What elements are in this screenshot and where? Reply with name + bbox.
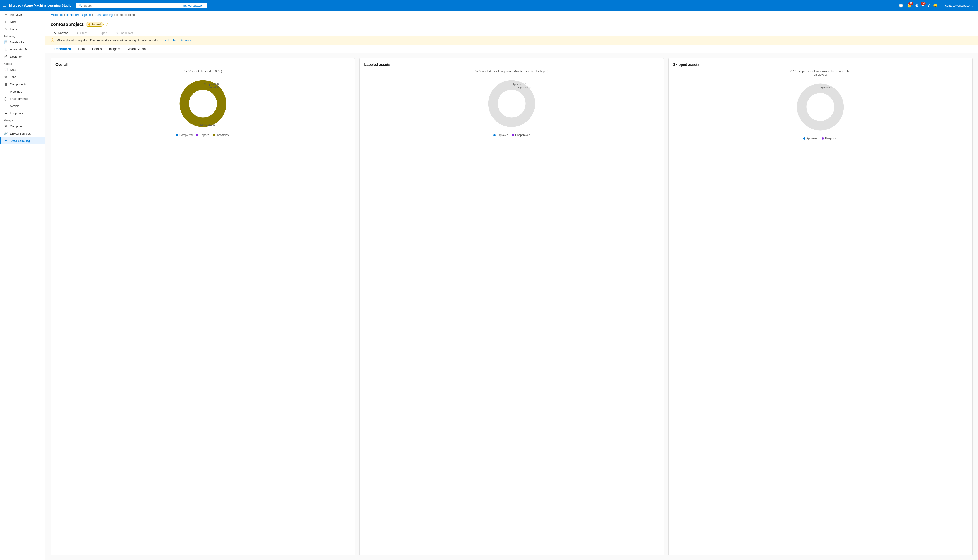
start-button[interactable]: ▶ Start (74, 30, 90, 36)
data-icon: 📊 (3, 68, 8, 72)
labeled-assets-subtitle: 0 / 0 labeled assets approved (No items … (364, 70, 659, 73)
automl-icon: △ (3, 48, 8, 51)
legend-approved-label: Approved (497, 133, 508, 137)
settings-icon[interactable]: ⚙ (915, 3, 918, 8)
sidebar-new-label: New (10, 20, 16, 23)
plus-icon: + (3, 20, 8, 23)
overall-card-subtitle: 0 / 32 assets labeled (0.00%) (55, 70, 350, 73)
sidebar-item-compute[interactable]: 🖥 Compute (0, 123, 45, 130)
sidebar-item-pipelines[interactable]: ⎯ Pipelines (0, 88, 45, 95)
skipped-assets-subtitle: 0 / 0 skipped assets approved (No items … (673, 70, 968, 76)
breadcrumb-workspace[interactable]: contosoworkspace (66, 13, 91, 17)
sidebar-item-linked-services[interactable]: 🔗 Linked Services (0, 130, 45, 137)
legend-dot-skipped (196, 134, 198, 136)
notebook-icon: 📄 (3, 40, 8, 44)
legend-dot-unapproved (512, 134, 514, 136)
sidebar-item-endpoints[interactable]: ▶ Endpoints (0, 110, 45, 117)
updates-icon[interactable]: ● 14 (922, 3, 924, 7)
sidebar-models-label: Models (10, 104, 20, 108)
status-text: Paused (91, 23, 101, 26)
breadcrumb-data-labeling[interactable]: Data Labeling (94, 13, 112, 17)
linked-services-icon: 🔗 (3, 132, 8, 135)
refresh-label: Refresh (58, 31, 69, 35)
workspace-selector[interactable]: contosoworkspace ⌄ (943, 3, 975, 8)
legend-completed-label: Completed (179, 133, 192, 137)
skipped-legend-dot-approved (803, 137, 806, 140)
sidebar-data-label: Data (10, 68, 16, 72)
export-button[interactable]: ⇧ Export (92, 30, 110, 36)
sidebar-item-microsoft[interactable]: ← Microsoft (0, 11, 45, 18)
skipped-assets-card: Skipped assets 0 / 0 skipped assets appr… (669, 58, 973, 555)
overall-donut-svg (178, 79, 228, 128)
hamburger-icon[interactable]: ☰ (3, 3, 6, 8)
content-area: Microsoft › contosoworkspace › Data Labe… (45, 11, 978, 560)
tab-dashboard[interactable]: Dashboard (51, 45, 75, 53)
tab-details[interactable]: Details (89, 45, 105, 53)
sidebar: ← Microsoft + New ⌂ Home Authoring 📄 Not… (0, 11, 45, 560)
account-icon[interactable]: 😀 (933, 3, 938, 8)
sidebar-automl-label: Automated ML (10, 48, 29, 51)
overall-card: Overall 0 / 32 assets labeled (0.00%) (51, 58, 355, 555)
notifications-badge: 23 (908, 2, 913, 5)
project-title-row: contosoproject Paused ☆ (51, 22, 973, 27)
sidebar-item-automated-ml[interactable]: △ Automated ML (0, 46, 45, 53)
legend-completed: Completed (176, 133, 192, 137)
legend-skipped-label: Skipped (199, 133, 209, 137)
compute-icon: 🖥 (3, 125, 8, 128)
start-icon: ▶ (77, 31, 79, 35)
dashboard: Overall 0 / 32 assets labeled (0.00%) (45, 53, 978, 560)
main-layout: ← Microsoft + New ⌂ Home Authoring 📄 Not… (0, 11, 978, 560)
export-label: Export (99, 31, 107, 35)
favorite-icon[interactable]: ☆ (106, 22, 109, 27)
legend-approved: Approved (493, 133, 508, 137)
legend-dot-incomplete (213, 134, 216, 136)
sidebar-item-models[interactable]: ⸻ Models (0, 102, 45, 110)
tab-vision-studio[interactable]: Vision Studio (124, 45, 149, 53)
svg-point-3 (493, 85, 530, 122)
labeled-assets-legend: Approved Unapproved (493, 133, 530, 137)
label-icon: ✎ (115, 31, 118, 35)
sidebar-data-labeling-label: Data Labeling (11, 139, 30, 143)
notifications-icon[interactable]: 🔔 23 (907, 3, 911, 8)
top-bar-icons: 🕐 🔔 23 ⚙ ● 14 ? 😀 contosoworkspace ⌄ (899, 3, 975, 8)
updates-badge: 14 (921, 2, 926, 5)
sidebar-item-designer[interactable]: ☍ Designer (0, 53, 45, 60)
skipped-assets-donut: Approved: (796, 82, 845, 132)
sidebar-item-home[interactable]: ⌂ Home (0, 25, 45, 33)
label-data-label: Label data (120, 31, 134, 35)
designer-icon: ☍ (3, 55, 8, 58)
top-bar: ☰ Microsoft Azure Machine Learning Studi… (0, 0, 978, 11)
status-dot (88, 23, 90, 25)
overall-chart-container: Completed: 0 Skipped: 0 Incomplete: 32 C… (55, 77, 350, 551)
completed-annotation: Completed: 0 (204, 83, 219, 85)
search-input[interactable] (84, 4, 180, 7)
clock-icon[interactable]: 🕐 (899, 3, 903, 8)
breadcrumb-sep2: › (92, 13, 93, 17)
refresh-button[interactable]: ↻ Refresh (51, 30, 72, 36)
label-data-button[interactable]: ✎ Label data (112, 30, 137, 36)
labeled-assets-card: Labeled assets 0 / 0 labeled assets appr… (359, 58, 664, 555)
sidebar-item-data[interactable]: 📊 Data (0, 66, 45, 73)
sidebar-item-jobs[interactable]: ⚒ Jobs (0, 73, 45, 80)
sidebar-item-environments[interactable]: ◯ Environments (0, 95, 45, 102)
search-bar[interactable]: 🔍 This workspace ⌄ (76, 3, 207, 8)
sidebar-item-notebooks[interactable]: 📄 Notebooks (0, 38, 45, 46)
tab-insights[interactable]: Insights (105, 45, 124, 53)
overall-legend: Completed Skipped Incomplete (176, 133, 230, 137)
legend-incomplete: Incomplete (213, 133, 230, 137)
help-icon[interactable]: ? (928, 3, 930, 7)
skipped-legend-approved: Approved (803, 137, 818, 140)
sidebar-environments-label: Environments (10, 97, 28, 100)
sidebar-item-new[interactable]: + New (0, 18, 45, 25)
tab-data[interactable]: Data (75, 45, 89, 53)
breadcrumb-sep1: › (64, 13, 65, 17)
add-label-categories-link[interactable]: Add label categories. (163, 38, 194, 43)
warning-collapse-icon[interactable]: ⌄ (970, 39, 973, 42)
search-scope[interactable]: This workspace ⌄ (181, 4, 205, 7)
breadcrumb-microsoft[interactable]: Microsoft (51, 13, 63, 17)
sidebar-item-data-labeling[interactable]: ✏ Data Labeling (0, 137, 45, 144)
chevron-down-icon: ⌄ (203, 4, 205, 7)
project-name: contosoproject (51, 22, 84, 27)
sidebar-item-components[interactable]: ▦ Components (0, 80, 45, 88)
approved-annotation: Approved: 0 (513, 83, 526, 85)
